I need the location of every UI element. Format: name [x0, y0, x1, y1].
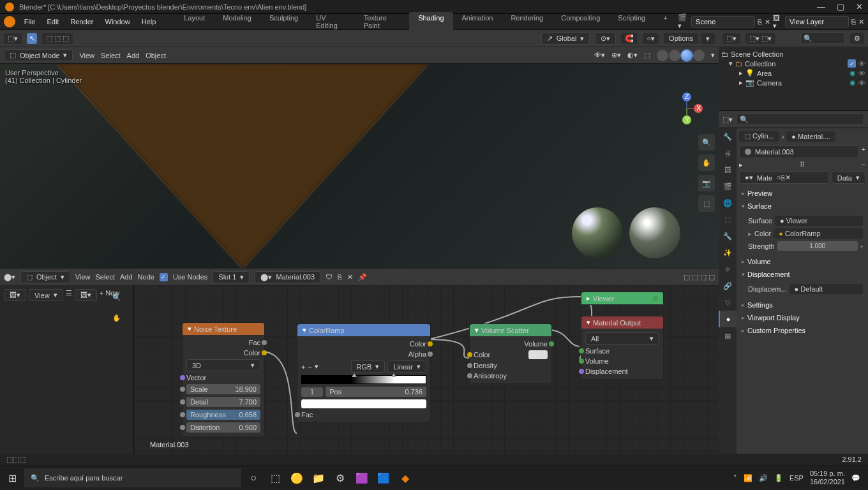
tab-animation[interactable]: Animation [453, 12, 502, 31]
tab-add[interactable]: + [654, 12, 676, 31]
noise-distortion[interactable]: Distortion0.900 [186, 422, 260, 433]
ramp-rgb[interactable]: RGB▾ [351, 360, 385, 373]
use-nodes-check[interactable]: ✓ [160, 273, 168, 281]
options-button[interactable]: Options [664, 33, 698, 43]
tab-uvediting[interactable]: UV Editing [307, 12, 355, 31]
node-editor-type[interactable]: ⬤▾ [4, 273, 15, 281]
noise-detail[interactable]: Detail7.700 [186, 397, 260, 407]
scene-new-icon[interactable]: ⎘ [758, 18, 762, 26]
tray-up-icon[interactable]: ˄ [733, 474, 737, 482]
object-tab-icon[interactable]: ⬚ [719, 211, 737, 228]
snap-icon[interactable]: 🧲 [621, 33, 638, 44]
img-dropdown[interactable]: 🖼▾ [75, 289, 97, 301]
mat-dropdown[interactable]: ●▾ Mate ○⎘✕ [739, 172, 829, 184]
vp-add[interactable]: Add [127, 52, 140, 59]
ramp-menu[interactable]: ▾ [315, 362, 318, 371]
pan-icon[interactable]: ✋ [112, 314, 121, 322]
surface-shader[interactable]: ● Viewer [775, 216, 863, 226]
taskview-icon[interactable]: ⬚ [266, 468, 285, 487]
physics-tab-icon[interactable]: ⚛ [719, 261, 737, 278]
menu-help[interactable]: Help [137, 16, 161, 27]
tab-layout[interactable]: Layout [175, 12, 214, 31]
slot-add[interactable]: + [862, 145, 865, 158]
data-tab-icon[interactable]: ▽ [719, 294, 737, 311]
chrome-icon[interactable]: 🟡 [287, 468, 306, 487]
select-mode[interactable]: ⬚ ⬚ ⬚ [42, 33, 73, 44]
slot-dropdown[interactable]: Slot 1 ▾ [213, 271, 250, 283]
zoom-icon[interactable]: 🔍 [698, 134, 715, 151]
close-button[interactable]: ✕ [856, 2, 863, 11]
ramp-color-swatch[interactable] [301, 399, 426, 408]
proportional-icon[interactable]: ○▾ [643, 33, 659, 44]
app-icon[interactable]: ⚙ [331, 468, 350, 487]
scatter-color-swatch[interactable] [528, 350, 548, 359]
options-chevron[interactable]: ▾ [701, 33, 715, 44]
xray-icon[interactable]: ⬚ [644, 51, 650, 59]
surface-color[interactable]: ● ColorRamp [774, 228, 863, 239]
tab-compositing[interactable]: Compositing [552, 12, 609, 31]
panel-settings[interactable]: Settings [739, 299, 865, 311]
breadcrumb-obj[interactable]: ⬚ Cylin... [739, 131, 779, 142]
render-shading[interactable] [693, 50, 705, 61]
node-viewer[interactable]: ▸ Viewer [581, 292, 664, 305]
outliner[interactable]: 🗀Scene Collection ▾🗀Collection✓👁 ▸💡Area◉… [719, 47, 868, 111]
viewlayer-input[interactable] [785, 16, 849, 27]
3d-viewport[interactable]: User Perspective (41) Collection | Cylin… [0, 64, 719, 268]
notifications-icon[interactable]: 💬 [851, 474, 860, 482]
viewlayer-icon[interactable]: 🖼▾ [773, 14, 782, 30]
list-icon[interactable]: ☰ [66, 289, 72, 301]
slot-remove[interactable]: − [862, 161, 865, 169]
start-button[interactable]: ⊞ [3, 468, 22, 487]
tab-sculpting[interactable]: Sculpting [260, 12, 307, 31]
gizmo-icon[interactable]: ⊕▾ [611, 51, 621, 59]
lang-indicator[interactable]: ESP [789, 474, 804, 482]
pin-icon[interactable]: 📌 [358, 273, 367, 281]
vp-view[interactable]: View [79, 52, 94, 59]
output-target[interactable]: All▾ [585, 332, 659, 345]
battery-icon[interactable]: 🔋 [774, 474, 783, 482]
ramp-add[interactable]: + [301, 363, 305, 371]
taskbar-search[interactable]: 🔍 Escribe aquí para buscar [24, 468, 241, 487]
menu-file[interactable]: File [19, 16, 41, 27]
output-tab-icon[interactable]: 🖨 [719, 145, 737, 161]
noise-scale[interactable]: Scale18.900 [186, 384, 260, 394]
blender-task-icon[interactable]: ◆ [396, 468, 415, 487]
material-tab-icon[interactable]: ● [719, 311, 737, 327]
tab-rendering[interactable]: Rendering [502, 12, 552, 31]
perspective-icon[interactable]: ⬚ [698, 195, 715, 212]
mat-del-icon[interactable]: ✕ [347, 273, 353, 281]
speaker-icon[interactable]: 🔊 [759, 474, 768, 482]
mat-shield-icon[interactable]: 🛡 [326, 273, 333, 281]
menu-render[interactable]: Render [65, 16, 98, 27]
surface-strength[interactable]: 1.000 [777, 241, 858, 251]
panel-displacement[interactable]: Displacement [739, 269, 865, 280]
particle-tab-icon[interactable]: ✨ [719, 244, 737, 261]
scene-input[interactable] [691, 16, 755, 27]
vp-select[interactable]: Select [101, 52, 121, 59]
backdrop-icon[interactable]: ⬚ ⬚ ⬚ ⬚ [684, 273, 715, 281]
maximize-button[interactable]: ▢ [837, 2, 844, 11]
tab-scripting[interactable]: Scripting [609, 12, 654, 31]
data-dropdown[interactable]: Data ▾ [832, 172, 865, 184]
ramp-linear[interactable]: Linear▾ [387, 360, 426, 373]
outliner-search[interactable] [800, 33, 845, 44]
outliner-display[interactable]: ⬚▾ ⬚▾ [745, 33, 775, 44]
vp-object[interactable]: Object [146, 52, 166, 59]
panel-surface[interactable]: Surface [739, 200, 865, 212]
scene-tab-icon[interactable]: 🎬 [719, 178, 737, 195]
viewlayer-del-icon[interactable]: ✕ [858, 18, 864, 26]
node-select[interactable]: Select [95, 273, 115, 281]
node-noise-texture[interactable]: ▾ Noise Texture Fac Color 3D▾ Vector Sca… [182, 322, 265, 437]
scene-del-icon[interactable]: ✕ [765, 18, 770, 26]
displacement-value[interactable]: ● Default [789, 284, 863, 294]
snap-dropdown[interactable]: ⊙▾ [595, 33, 616, 45]
ramp-del[interactable]: − [308, 363, 311, 371]
noise-dim[interactable]: 3D▾ [186, 359, 260, 371]
noise-roughness[interactable]: Roughness0.658 [186, 410, 260, 420]
visibility-icon[interactable]: 👁▾ [594, 51, 605, 59]
panel-viewport-display[interactable]: Viewport Display [739, 312, 865, 323]
render-tab-icon[interactable]: 🔧 [719, 128, 737, 145]
app3-icon[interactable]: 🟦 [374, 468, 393, 487]
mat-copy-icon[interactable]: ⎘ [338, 273, 342, 281]
tab-texturepaint[interactable]: Texture Paint [355, 12, 409, 31]
